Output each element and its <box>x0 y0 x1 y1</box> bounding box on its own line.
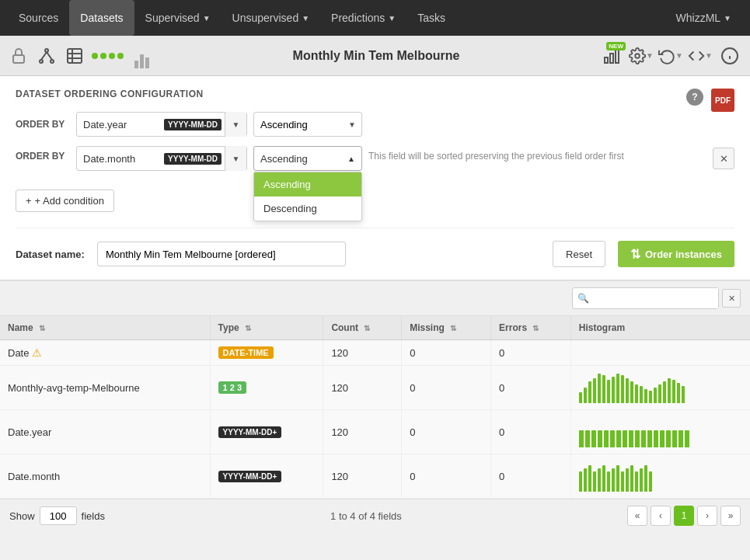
nav-sources[interactable]: Sources <box>8 0 69 36</box>
fields-table: Name ⇅ Type ⇅ Count ⇅ Missing ⇅ Errors <box>0 316 750 499</box>
order-by-label-2: ORDER BY <box>16 146 70 162</box>
field-select-2[interactable]: Date.month YYYY-MM-DD ▼ <box>76 146 247 171</box>
field-badge-1: YYYY-MM-DD <box>164 119 222 130</box>
nav-supervised[interactable]: Supervised ▼ <box>134 0 222 36</box>
svg-point-13 <box>635 54 640 58</box>
refresh-icon[interactable]: ▼ <box>658 43 683 68</box>
help-icon[interactable]: ? <box>686 89 703 106</box>
cell-errors: 0 <box>491 454 571 499</box>
pagination: Show fields 1 to 4 of 4 fields « ‹ 1 › » <box>0 499 750 532</box>
plus-icon: + <box>26 195 32 207</box>
dropdown-item-descending[interactable]: Descending <box>254 197 361 221</box>
page-prev-button[interactable]: ‹ <box>651 506 671 526</box>
histogram-chart <box>579 372 742 403</box>
code-icon[interactable]: ▼ <box>688 43 713 68</box>
network-icon[interactable] <box>36 45 58 67</box>
table-row: Monthly-avg-temp-Melbourne1 2 312000 <box>0 366 750 410</box>
cell-histogram <box>570 410 750 454</box>
sort-icon-errors: ⇅ <box>532 324 539 332</box>
order-dropdown-trigger-2[interactable]: Ascending ▲ <box>253 146 362 171</box>
chevron-down-icon: ▼ <box>302 14 309 23</box>
info-icon[interactable] <box>717 43 742 68</box>
field-select-text-2: Date.month <box>77 153 164 165</box>
order-select-1[interactable]: Ascending Descending <box>253 112 362 137</box>
search-bar: 🔍 ✕ <box>0 281 750 316</box>
table-row: Date ⚠DATE-TIME12000 <box>0 340 750 366</box>
lock-icon[interactable] <box>8 45 30 67</box>
cell-errors: 0 <box>491 340 571 366</box>
order-instances-button[interactable]: ⇅ Order instances <box>618 241 734 267</box>
add-condition-button[interactable]: + + Add condition <box>16 190 114 212</box>
fields-label: fields <box>82 510 105 522</box>
cell-count: 120 <box>323 366 402 410</box>
remove-order-button[interactable]: ✕ <box>713 148 734 169</box>
field-select-1[interactable]: Date.year YYYY-MM-DD ▼ <box>76 112 247 137</box>
cell-missing: 0 <box>402 454 491 499</box>
pagination-left: Show fields <box>9 506 105 525</box>
sort-icon-missing: ⇅ <box>450 324 456 332</box>
settings-icon[interactable]: ▼ <box>629 43 654 68</box>
field-select-caret-1[interactable]: ▼ <box>225 112 246 137</box>
dropdown-item-ascending[interactable]: Ascending <box>254 172 361 197</box>
page-last-button[interactable]: » <box>720 506 741 526</box>
cell-type: DATE-TIME <box>210 340 323 366</box>
cell-errors: 0 <box>491 410 571 454</box>
chart-icon[interactable]: NEW <box>599 43 624 68</box>
nav-predictions[interactable]: Predictions ▼ <box>320 0 406 36</box>
cell-name: Date ⚠ <box>0 340 210 366</box>
page-next-button[interactable]: › <box>697 506 717 526</box>
chevron-down-icon: ▼ <box>724 14 731 23</box>
page-first-button[interactable]: « <box>627 506 647 526</box>
new-badge: NEW <box>606 42 626 50</box>
field-badge-2: YYYY-MM-DD <box>164 153 222 165</box>
cell-type: 1 2 3 <box>210 366 323 410</box>
svg-point-3 <box>51 60 54 63</box>
search-input-wrapper: 🔍 <box>572 287 719 309</box>
order-direction-1: Ascending Descending ▼ <box>253 112 362 137</box>
pagination-controls: « ‹ 1 › » <box>627 506 741 526</box>
col-count[interactable]: Count ⇅ <box>323 316 402 340</box>
col-errors[interactable]: Errors ⇅ <box>491 316 571 340</box>
sort-icon-type: ⇅ <box>245 324 251 332</box>
show-label: Show <box>9 510 35 522</box>
col-name[interactable]: Name ⇅ <box>0 316 210 340</box>
col-type[interactable]: Type ⇅ <box>210 316 323 340</box>
svg-line-4 <box>41 52 47 60</box>
field-select-text-1: Date.year <box>77 119 164 130</box>
dataset-icon[interactable] <box>64 45 85 67</box>
warning-icon: ⚠ <box>29 346 42 359</box>
search-input[interactable] <box>594 288 718 308</box>
page-title: Monthly Min Tem Melbourne <box>159 49 593 63</box>
search-clear-button[interactable]: ✕ <box>722 289 741 308</box>
dataset-name-section: Dataset name: Reset ⇅ Order instances <box>16 228 734 267</box>
chart-preview-icon <box>130 43 153 68</box>
histogram-chart <box>579 416 742 447</box>
order-by-row-2: ORDER BY Date.month YYYY-MM-DD ▼ Ascendi… <box>16 146 734 171</box>
order-by-row-1: ORDER BY Date.year YYYY-MM-DD ▼ Ascendin… <box>16 112 734 137</box>
col-histogram: Histogram <box>570 316 750 340</box>
main-content: PDF DATASET ORDERING CONFIGURATION ? ORD… <box>0 76 750 280</box>
search-icon: 🔍 <box>573 293 594 304</box>
reset-button[interactable]: Reset <box>553 241 605 267</box>
cell-name: Monthly-avg-temp-Melbourne <box>0 366 210 410</box>
order-by-label-1: ORDER BY <box>16 119 70 130</box>
page-count-input[interactable] <box>40 506 77 525</box>
chevron-down-icon: ▼ <box>203 14 211 23</box>
dataset-name-input[interactable] <box>97 242 346 266</box>
pdf-export-button[interactable]: PDF <box>711 89 734 112</box>
dot-3 <box>109 53 115 59</box>
svg-rect-11 <box>610 54 613 63</box>
nav-whizzml[interactable]: WhizzML ▼ <box>665 12 742 24</box>
page-1-button[interactable]: 1 <box>674 506 694 526</box>
sort-icon-name: ⇅ <box>39 324 45 332</box>
nav-unsupervised[interactable]: Unsupervised ▼ <box>222 0 321 36</box>
nav-datasets[interactable]: Datasets <box>69 0 134 36</box>
cell-count: 120 <box>323 340 402 366</box>
type-badge: YYYY-MM-DD+ <box>218 471 282 482</box>
pagination-info: 1 to 4 of 4 fields <box>330 510 402 522</box>
col-missing[interactable]: Missing ⇅ <box>402 316 491 340</box>
type-badge: YYYY-MM-DD+ <box>218 426 282 438</box>
field-select-caret-2[interactable]: ▼ <box>225 146 246 171</box>
nav-tasks[interactable]: Tasks <box>406 0 456 36</box>
svg-rect-6 <box>68 49 82 63</box>
